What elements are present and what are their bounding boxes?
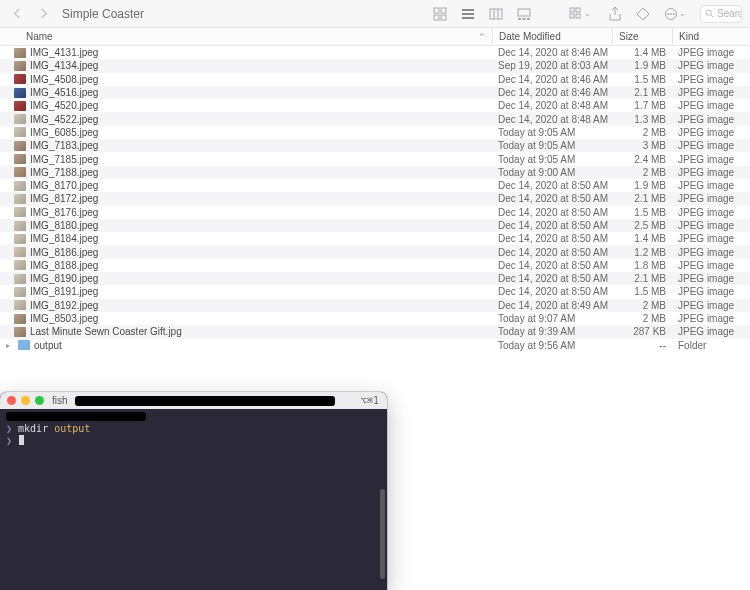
file-modified: Dec 14, 2020 at 8:50 AM	[492, 220, 612, 231]
svg-rect-17	[576, 14, 580, 18]
file-row[interactable]: IMG_8180.jpegDec 14, 2020 at 8:50 AM2.5 …	[0, 219, 750, 232]
file-row[interactable]: IMG_8191.jpegDec 14, 2020 at 8:50 AM1.5 …	[0, 285, 750, 298]
file-name-cell: IMG_6085.jpeg	[0, 127, 492, 138]
tag-icon	[636, 7, 650, 21]
file-kind: Folder	[672, 340, 750, 351]
file-size: 1.8 MB	[612, 260, 672, 271]
jpeg-thumbnail-icon	[14, 274, 26, 284]
file-name: IMG_8188.jpeg	[30, 260, 98, 271]
action-dropdown[interactable]: ⌄	[661, 5, 692, 23]
file-modified: Today at 9:05 AM	[492, 154, 612, 165]
disclosure-triangle-icon[interactable]: ▸	[6, 341, 14, 350]
jpeg-thumbnail-icon	[14, 234, 26, 244]
file-name: IMG_8176.jpeg	[30, 207, 98, 218]
file-name-cell: IMG_8172.jpeg	[0, 193, 492, 204]
terminal-scrollbar[interactable]	[380, 489, 385, 579]
file-kind: JPEG image	[672, 167, 750, 178]
svg-point-19	[667, 13, 669, 15]
column-size[interactable]: Size	[612, 28, 672, 45]
file-name-cell: IMG_4522.jpeg	[0, 114, 492, 125]
file-name-cell: IMG_7188.jpeg	[0, 167, 492, 178]
file-row[interactable]: Last Minute Sewn Coaster Gift.jpgToday a…	[0, 325, 750, 338]
file-row[interactable]: IMG_4508.jpegDec 14, 2020 at 8:46 AM1.5 …	[0, 73, 750, 86]
file-modified: Dec 14, 2020 at 8:48 AM	[492, 114, 612, 125]
forward-button[interactable]	[34, 5, 52, 23]
jpeg-thumbnail-icon	[14, 141, 26, 151]
view-icon-button[interactable]	[430, 5, 450, 23]
folder-icon	[18, 340, 30, 350]
back-button[interactable]	[8, 5, 26, 23]
file-row[interactable]: IMG_8186.jpegDec 14, 2020 at 8:50 AM1.2 …	[0, 245, 750, 258]
list-icon	[461, 7, 475, 21]
file-row[interactable]: IMG_8503.jpegToday at 9:07 AM2 MBJPEG im…	[0, 312, 750, 325]
group-by-dropdown[interactable]: ⌄	[566, 5, 597, 23]
svg-rect-1	[441, 8, 446, 13]
share-button[interactable]	[605, 5, 625, 23]
tab-shortcut-hint: ⌥⌘1	[361, 395, 379, 406]
file-row[interactable]: IMG_6085.jpegToday at 9:05 AM2 MBJPEG im…	[0, 126, 750, 139]
file-row[interactable]: IMG_4516.jpegDec 14, 2020 at 8:46 AM2.1 …	[0, 86, 750, 99]
file-size: 2.1 MB	[612, 87, 672, 98]
file-name: IMG_6085.jpeg	[30, 127, 98, 138]
file-size: 2.1 MB	[612, 193, 672, 204]
file-modified: Dec 14, 2020 at 8:50 AM	[492, 273, 612, 284]
file-row[interactable]: IMG_4520.jpegDec 14, 2020 at 8:48 AM1.7 …	[0, 99, 750, 112]
file-row[interactable]: IMG_8176.jpegDec 14, 2020 at 8:50 AM1.5 …	[0, 206, 750, 219]
svg-rect-3	[441, 15, 446, 20]
file-modified: Today at 9:00 AM	[492, 167, 612, 178]
file-row[interactable]: IMG_4134.jpegSep 19, 2020 at 8:03 AM1.9 …	[0, 59, 750, 72]
file-row[interactable]: IMG_7185.jpegToday at 9:05 AM2.4 MBJPEG …	[0, 152, 750, 165]
file-name-cell: IMG_8180.jpeg	[0, 220, 492, 231]
file-name-cell: Last Minute Sewn Coaster Gift.jpg	[0, 326, 492, 337]
chevron-down-icon: ⌄	[584, 9, 591, 18]
terminal-line: ❯	[6, 435, 381, 447]
svg-rect-7	[490, 9, 502, 19]
file-modified: Sep 19, 2020 at 8:03 AM	[492, 60, 612, 71]
column-kind[interactable]: Kind	[672, 28, 750, 45]
file-row[interactable]: IMG_8190.jpegDec 14, 2020 at 8:50 AM2.1 …	[0, 272, 750, 285]
file-size: 1.9 MB	[612, 180, 672, 191]
file-kind: JPEG image	[672, 193, 750, 204]
file-row[interactable]: IMG_4131.jpegDec 14, 2020 at 8:46 AM1.4 …	[0, 46, 750, 59]
terminal-titlebar[interactable]: fish ⌥⌘1	[0, 392, 387, 409]
jpeg-thumbnail-icon	[14, 101, 26, 111]
close-button[interactable]	[7, 396, 16, 405]
file-row[interactable]: IMG_8170.jpegDec 14, 2020 at 8:50 AM1.9 …	[0, 179, 750, 192]
file-name-cell: IMG_4520.jpeg	[0, 100, 492, 111]
view-list-button[interactable]	[458, 5, 478, 23]
terminal-line	[6, 411, 381, 423]
search-input[interactable]: Search	[700, 5, 742, 23]
file-row[interactable]: IMG_8172.jpegDec 14, 2020 at 8:50 AM2.1 …	[0, 192, 750, 205]
zoom-button[interactable]	[35, 396, 44, 405]
file-row[interactable]: IMG_4522.jpegDec 14, 2020 at 8:48 AM1.3 …	[0, 112, 750, 125]
terminal-body[interactable]: ❯ mkdir output ❯	[0, 409, 387, 590]
jpeg-thumbnail-icon	[14, 48, 26, 58]
file-name: IMG_8172.jpeg	[30, 193, 98, 204]
jpeg-thumbnail-icon	[14, 88, 26, 98]
column-modified[interactable]: Date Modified	[492, 28, 612, 45]
file-row[interactable]: IMG_7188.jpegToday at 9:00 AM2 MBJPEG im…	[0, 166, 750, 179]
file-name: IMG_4522.jpeg	[30, 114, 98, 125]
tag-button[interactable]	[633, 5, 653, 23]
minimize-button[interactable]	[21, 396, 30, 405]
svg-rect-2	[434, 15, 439, 20]
view-gallery-button[interactable]	[514, 5, 534, 23]
file-kind: JPEG image	[672, 233, 750, 244]
svg-point-20	[670, 13, 672, 15]
file-kind: JPEG image	[672, 60, 750, 71]
column-name[interactable]: Name ⌃	[0, 31, 492, 42]
jpeg-thumbnail-icon	[14, 207, 26, 217]
file-name: IMG_8503.jpeg	[30, 313, 98, 324]
file-row[interactable]: IMG_8192.jpegDec 14, 2020 at 8:49 AM2 MB…	[0, 299, 750, 312]
jpeg-thumbnail-icon	[14, 221, 26, 231]
file-name-cell: IMG_8184.jpeg	[0, 233, 492, 244]
file-row[interactable]: IMG_8188.jpegDec 14, 2020 at 8:50 AM1.8 …	[0, 259, 750, 272]
file-row[interactable]: IMG_7183.jpegToday at 9:05 AM3 MBJPEG im…	[0, 139, 750, 152]
file-row[interactable]: IMG_8184.jpegDec 14, 2020 at 8:50 AM1.4 …	[0, 232, 750, 245]
svg-rect-13	[527, 18, 530, 20]
file-name: IMG_4516.jpeg	[30, 87, 98, 98]
view-column-button[interactable]	[486, 5, 506, 23]
file-name: IMG_8180.jpeg	[30, 220, 98, 231]
folder-row[interactable]: ▸outputToday at 9:56 AM--Folder	[0, 339, 750, 352]
file-size: 2.1 MB	[612, 273, 672, 284]
